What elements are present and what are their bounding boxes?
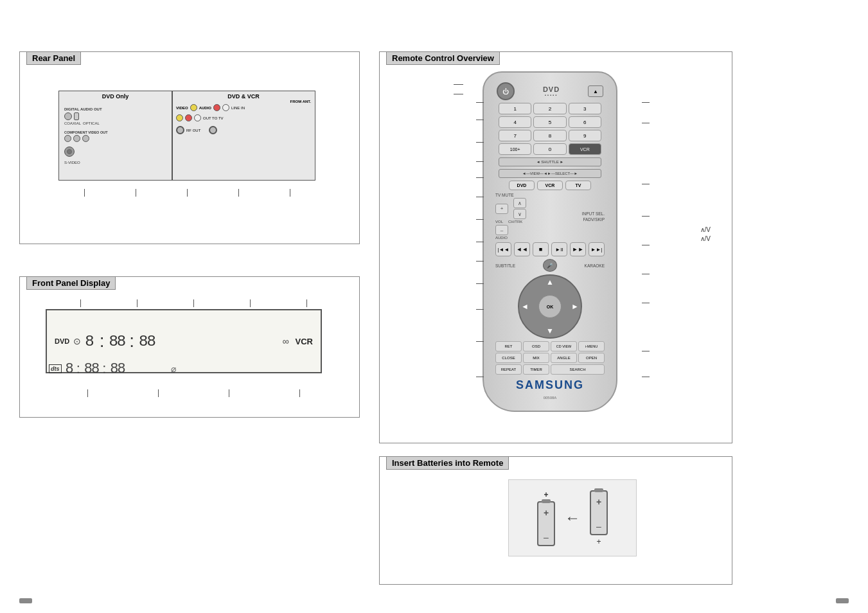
- number-grid: 1 2 3 4 5 6 7 8 9 100+ 0 VCR: [499, 103, 601, 155]
- batteries-section: Insert Batteries into Remote + + – ← + –…: [379, 456, 732, 585]
- dvd-only-label: DVD Only: [59, 91, 172, 100]
- mix-btn[interactable]: MIX: [523, 353, 549, 363]
- battery-1: + + –: [537, 490, 555, 546]
- device-box: DVD Only DIGITAL AUDIO OUT COAXIAL OPTIC…: [58, 91, 315, 181]
- btn-9[interactable]: 9: [569, 130, 601, 141]
- shuttle-bar[interactable]: ◄ SHUTTLE ►: [499, 157, 601, 166]
- btn-1[interactable]: 1: [499, 103, 531, 114]
- remote-body: ⏻ DVD ▪▪▪▪▪ ▲ 1 2 3 4 5 6 7 8: [483, 71, 617, 412]
- cd-view-btn[interactable]: CD VIEW: [551, 341, 577, 351]
- av-notation: ∧/V ∧/V: [700, 226, 711, 244]
- battery-2: + – +: [590, 490, 608, 546]
- eject-button[interactable]: ▲: [588, 85, 603, 97]
- label-open-close: [399, 94, 463, 94]
- remote-top-row: ⏻ DVD ▪▪▪▪▪ ▲: [490, 82, 610, 100]
- headphone-icon: ∞: [283, 336, 289, 346]
- page-indicator-right: [836, 598, 849, 603]
- vol-plus-btn[interactable]: +: [495, 204, 508, 214]
- tv-mute-label: TV MUTE: [495, 193, 526, 197]
- open-btn[interactable]: OPEN: [578, 353, 605, 363]
- from-ant-label: FROM ANT.: [173, 100, 314, 103]
- i-menu-btn[interactable]: i-MENU: [578, 341, 605, 351]
- page-indicator-left: [19, 598, 32, 603]
- close-btn[interactable]: CLOSE: [495, 353, 522, 363]
- btn-4[interactable]: 4: [499, 116, 531, 128]
- segment-display: 8: [85, 333, 94, 350]
- vcr-label: VCR: [296, 337, 313, 346]
- power-button[interactable]: ⏻: [497, 82, 515, 100]
- view-select-bar[interactable]: ◄—VIEW—◄►—SELECT—►: [499, 169, 601, 178]
- timer-btn[interactable]: TIMER: [523, 364, 549, 375]
- batteries-title: Insert Batteries into Remote: [386, 456, 509, 470]
- nav-cluster: ▲ ▼ ◄ ► OK: [518, 274, 582, 339]
- vol-ch-row: TV MUTE + ∧ ∨ VOL CH/TRK: [495, 193, 605, 240]
- input-sel-label: INPUT SEL.: [582, 211, 605, 216]
- btn-0[interactable]: 0: [533, 143, 566, 155]
- fadv-skip-label: FADV/SKIP: [583, 217, 605, 222]
- nav-ok[interactable]: OK: [538, 295, 562, 318]
- fwd-btn[interactable]: ►►: [570, 242, 586, 256]
- nav-right[interactable]: ►: [571, 302, 579, 311]
- transport-row: |◄◄ ◄◄ ■ ►II ►► ►►|: [495, 242, 605, 256]
- btn-3[interactable]: 3: [569, 103, 601, 114]
- label-power: [399, 84, 463, 85]
- search-btn[interactable]: SEARCH: [551, 364, 605, 375]
- segment-display-3: 88: [139, 333, 155, 350]
- dvd-text: DVD: [55, 337, 69, 345]
- subtitle-row: SUBTITLE 🎤 KARAOKE: [495, 259, 605, 272]
- segment-row2-b: 88: [84, 361, 98, 377]
- dts-label: dts: [49, 364, 62, 373]
- play-pause-btn[interactable]: ►II: [551, 242, 567, 256]
- btn-2[interactable]: 2: [533, 103, 566, 114]
- nav-left[interactable]: ◄: [521, 302, 529, 311]
- segment-row2: 8: [66, 361, 73, 377]
- battery-arrow: ←: [565, 509, 580, 527]
- model-number: 00508A: [544, 396, 557, 400]
- btn-5[interactable]: 5: [533, 116, 566, 128]
- segment-row2-c: 88: [110, 361, 124, 377]
- segment-display-2: 88: [109, 333, 125, 350]
- btn-8[interactable]: 8: [533, 130, 566, 141]
- dvd-symbol: ⊙: [73, 336, 81, 346]
- right-annotation-lines: [642, 84, 650, 418]
- osd-btn[interactable]: OSD: [523, 341, 549, 351]
- tv-mode-btn[interactable]: TV: [565, 181, 591, 190]
- remote-overview-section: Remote Control Overview ⏻ DVD ▪▪: [379, 51, 732, 443]
- nav-down[interactable]: ▼: [546, 326, 554, 335]
- samsung-logo: SAMSUNG: [516, 378, 584, 392]
- next-btn[interactable]: ►►|: [589, 242, 605, 256]
- stop-btn[interactable]: ■: [533, 242, 549, 256]
- subtitle-label: SUBTITLE: [495, 263, 515, 268]
- prev-btn[interactable]: |◄◄: [495, 242, 511, 256]
- vcr-mode-btn[interactable]: VCR: [537, 181, 563, 190]
- battery-diagram: + + – ← + – +: [508, 479, 637, 556]
- btn-vcr[interactable]: VCR: [569, 143, 601, 155]
- dvd-vcr-label: DVD & VCR: [173, 91, 314, 100]
- front-panel-section: Front Panel Display DVD ⊙ 8 : 88 : 88 ∞ …: [19, 276, 360, 418]
- mode-row: DVD VCR TV: [499, 181, 601, 190]
- karaoke-label: KARAOKE: [585, 263, 605, 268]
- remote-overview-title: Remote Control Overview: [386, 51, 500, 65]
- rear-panel-title: Rear Panel: [26, 51, 81, 65]
- nav-up[interactable]: ▲: [546, 278, 554, 287]
- angle-btn[interactable]: ANGLE: [551, 353, 577, 363]
- ret-btn[interactable]: RET: [495, 341, 522, 351]
- repeat-btn[interactable]: REPEAT: [495, 364, 522, 375]
- ch-dn-btn[interactable]: ∨: [513, 209, 526, 219]
- rewind-btn[interactable]: ◄◄: [514, 242, 530, 256]
- dvd-mode-btn[interactable]: DVD: [509, 181, 535, 190]
- dvd-logo: DVD ▪▪▪▪▪: [543, 85, 560, 97]
- headphone-bottom-icon: ⌀: [171, 364, 176, 374]
- front-panel-title: Front Panel Display: [26, 276, 116, 290]
- function-grid: RET OSD CD VIEW i-MENU CLOSE MIX ANGLE O…: [495, 341, 605, 375]
- btn-100[interactable]: 100+: [499, 143, 531, 155]
- btn-6[interactable]: 6: [569, 116, 601, 128]
- rear-panel-diagram: DVD Only DIGITAL AUDIO OUT COAXIAL OPTIC…: [52, 78, 322, 206]
- btn-7[interactable]: 7: [499, 130, 531, 141]
- rear-panel-section: Rear Panel DVD Only DIGITAL AUDIO OUT CO…: [19, 51, 360, 244]
- vol-minus-btn[interactable]: –: [495, 225, 508, 235]
- ch-up-btn[interactable]: ∧: [513, 198, 526, 208]
